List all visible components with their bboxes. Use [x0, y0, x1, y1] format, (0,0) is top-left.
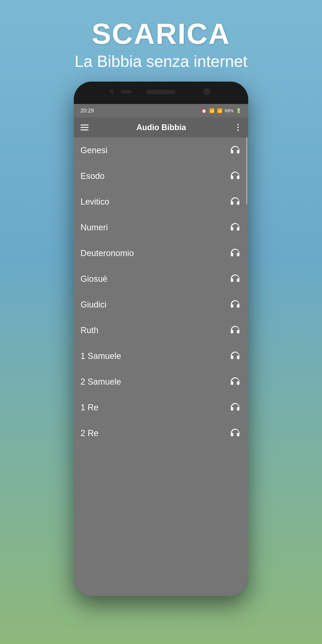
status-icons: ⏰ 📶 📶 69% 🔋 [201, 108, 242, 113]
audio-book-icon [229, 273, 242, 285]
proximity-sensor [121, 90, 132, 93]
book-name: Genesi [80, 146, 107, 155]
book-list-item[interactable]: Numeri [74, 215, 248, 240]
book-name: Deuteronomio [80, 248, 134, 258]
front-camera-right [204, 88, 210, 95]
book-list-item[interactable]: Esodo [74, 163, 248, 189]
phone-screen: 20:29 ⏰ 📶 📶 69% 🔋 Audio Bibbia ⋮ Genesi [74, 104, 248, 596]
book-name: Numeri [80, 223, 108, 232]
signal-icon-2: 📶 [217, 108, 222, 113]
book-list-item[interactable]: Deuteronomio [74, 240, 248, 266]
page-header: SCARICA La Bibbia senza internet [75, 0, 248, 82]
front-camera-left [110, 90, 114, 94]
hamburger-menu-button[interactable] [80, 124, 88, 130]
status-bar: 20:29 ⏰ 📶 📶 69% 🔋 [74, 104, 248, 118]
status-time: 20:29 [80, 108, 94, 114]
audio-book-icon [229, 247, 242, 260]
page-title: SCARICA [75, 18, 248, 50]
book-name: Esodo [80, 171, 105, 181]
book-name: 1 Samuele [80, 351, 121, 361]
hamburger-line-3 [80, 130, 88, 130]
audio-book-icon [229, 324, 242, 336]
audio-book-icon [229, 376, 242, 388]
earpiece-speaker [146, 90, 176, 94]
book-list-item[interactable]: 1 Re [74, 395, 248, 420]
book-list-item[interactable]: Genesi [74, 138, 248, 163]
book-name: Giudici [80, 300, 106, 310]
audio-book-icon [229, 196, 242, 208]
book-list-item[interactable]: 1 Samuele [74, 343, 248, 369]
audio-book-icon [229, 402, 242, 414]
hamburger-line-1 [80, 124, 88, 126]
audio-book-icon [229, 170, 242, 182]
audio-book-icon [229, 298, 242, 311]
book-list-item[interactable]: 2 Samuele [74, 369, 248, 395]
audio-book-icon [229, 427, 242, 440]
book-list-item[interactable]: 2 Re [74, 420, 248, 446]
page-subtitle: La Bibbia senza internet [75, 52, 248, 70]
battery-indicator: 69% [225, 108, 234, 113]
book-list-item[interactable]: Giosuè [74, 266, 248, 292]
book-list-item[interactable]: Ruth [74, 318, 248, 343]
phone-top-bar [74, 82, 248, 104]
app-title: Audio Bibbia [136, 123, 186, 132]
book-name: Giosuè [80, 274, 107, 284]
book-name: 2 Samuele [80, 377, 121, 386]
battery-icon: 🔋 [236, 108, 242, 113]
book-list-item[interactable]: Giudici [74, 292, 248, 318]
book-name: 2 Re [80, 428, 98, 438]
hamburger-line-2 [80, 127, 88, 128]
phone-frame: 20:29 ⏰ 📶 📶 69% 🔋 Audio Bibbia ⋮ Genesi [74, 82, 248, 596]
audio-book-icon [229, 350, 242, 362]
audio-book-icon [229, 144, 242, 156]
more-options-button[interactable]: ⋮ [234, 123, 242, 132]
book-name: Levitico [80, 197, 109, 206]
book-name: Ruth [80, 326, 98, 335]
signal-icon: 📶 [209, 108, 215, 113]
app-bar: Audio Bibbia ⋮ [74, 118, 248, 138]
audio-book-icon [229, 222, 242, 234]
book-list-item[interactable]: Levitico [74, 189, 248, 215]
book-name: 1 Re [80, 403, 98, 412]
alarm-icon: ⏰ [201, 108, 207, 113]
book-list: Genesi Esodo Levitico Numeri Deuteronomi… [74, 138, 248, 446]
